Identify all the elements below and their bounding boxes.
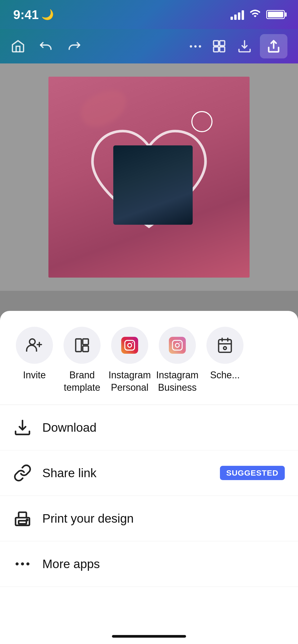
layers-button[interactable]	[212, 39, 227, 54]
status-bar: 9:41 🌙	[0, 0, 298, 29]
instagram-personal-icon	[121, 337, 138, 354]
invite-icon-circle	[16, 327, 53, 364]
svg-rect-2	[214, 47, 219, 52]
svg-point-4	[29, 339, 35, 344]
moon-icon: 🌙	[41, 9, 54, 20]
brand-template-action[interactable]: Brandtemplate	[58, 327, 106, 394]
schedule-icon	[216, 337, 233, 354]
more-button[interactable]	[190, 45, 201, 48]
svg-point-9	[128, 343, 132, 347]
schedule-icon-circle	[206, 327, 243, 364]
quick-actions: Invite Brandtemplate	[0, 321, 298, 404]
design-canvas[interactable]	[48, 77, 250, 278]
svg-point-13	[179, 342, 180, 343]
svg-rect-3	[220, 47, 225, 52]
svg-point-12	[175, 343, 179, 347]
svg-rect-8	[125, 341, 135, 350]
status-icons	[231, 9, 285, 21]
instagram-personal-icon-circle	[111, 327, 148, 364]
svg-rect-7	[83, 346, 88, 352]
print-label: Print your design	[42, 511, 285, 526]
brand-template-label: Brandtemplate	[64, 369, 100, 394]
suggested-badge: SUGGESTED	[220, 466, 285, 480]
undo-button[interactable]	[39, 39, 53, 54]
more-apps-menu-item[interactable]: More apps	[0, 541, 298, 587]
share-link-menu-item[interactable]: Share link SUGGESTED	[0, 450, 298, 496]
instagram-business-icon-circle	[159, 327, 196, 364]
photo-inner	[113, 145, 193, 225]
download-label: Download	[42, 420, 285, 435]
instagram-personal-label: InstagramPersonal	[109, 369, 151, 394]
svg-point-20	[21, 562, 24, 565]
svg-rect-11	[173, 341, 182, 350]
instagram-business-label: InstagramBusiness	[156, 369, 198, 394]
photo-in-heart	[113, 145, 193, 225]
wifi-icon	[249, 9, 261, 21]
schedule-action[interactable]: Sche...	[201, 327, 249, 381]
print-menu-item[interactable]: Print your design	[0, 496, 298, 541]
bottom-sheet: Invite Brandtemplate	[0, 311, 298, 644]
invite-label: Invite	[23, 369, 46, 381]
download-menu-icon	[13, 418, 32, 437]
more-apps-label: More apps	[42, 557, 285, 571]
svg-point-15	[224, 347, 227, 349]
toolbar	[0, 29, 298, 63]
svg-rect-6	[83, 339, 88, 344]
svg-rect-5	[76, 339, 81, 352]
instagram-business-action[interactable]: InstagramBusiness	[153, 327, 201, 394]
status-time: 9:41 🌙	[13, 7, 54, 22]
schedule-label: Sche...	[210, 369, 240, 381]
svg-point-21	[26, 562, 30, 565]
share-link-label: Share link	[42, 466, 209, 480]
add-user-icon	[26, 337, 43, 354]
home-button[interactable]	[11, 39, 25, 54]
instagram-personal-action[interactable]: InstagramPersonal	[106, 327, 153, 394]
share-link-icon	[13, 464, 32, 482]
brand-template-icon	[74, 337, 91, 354]
more-apps-icon	[13, 555, 32, 573]
instagram-business-icon	[169, 337, 186, 354]
toolbar-right	[190, 34, 287, 58]
svg-point-18	[26, 519, 28, 521]
toolbar-left	[11, 39, 82, 54]
svg-point-19	[16, 562, 19, 565]
svg-rect-17	[19, 521, 26, 524]
time-display: 9:41	[13, 7, 39, 22]
svg-rect-0	[214, 41, 219, 46]
invite-action[interactable]: Invite	[11, 327, 58, 381]
brand-template-icon-circle	[64, 327, 101, 364]
download-button[interactable]	[237, 39, 252, 54]
svg-rect-14	[219, 340, 231, 352]
battery-icon	[266, 10, 285, 19]
canvas-area	[0, 63, 298, 291]
signal-icon	[231, 9, 244, 20]
print-icon	[13, 509, 32, 528]
svg-rect-1	[220, 41, 225, 46]
share-button[interactable]	[260, 34, 287, 58]
redo-button[interactable]	[67, 39, 82, 54]
svg-point-10	[132, 342, 133, 343]
download-menu-item[interactable]: Download	[0, 405, 298, 450]
home-indicator	[112, 635, 186, 638]
